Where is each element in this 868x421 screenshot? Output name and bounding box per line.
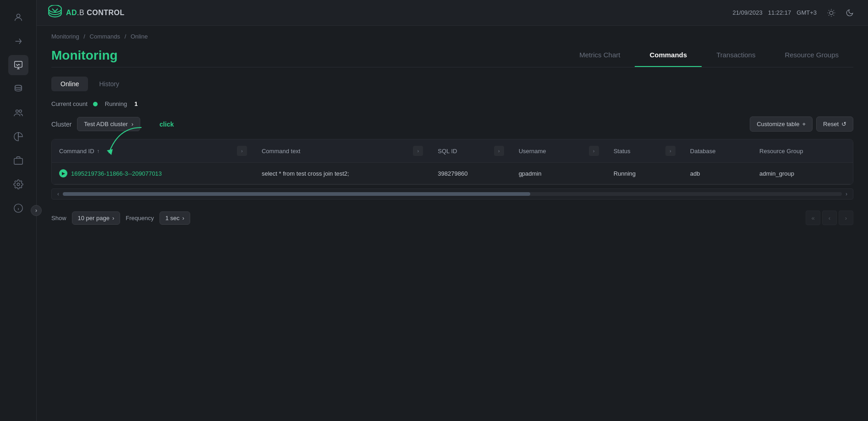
scroll-right-arrow[interactable]: ›: [844, 191, 849, 197]
data-table-container: Command ID ↑ › Command text ›: [51, 139, 853, 185]
sql-id-value: 398279860: [438, 170, 467, 177]
sidebar-item-users[interactable]: [8, 103, 28, 123]
table-header: Command ID ↑ › Command text ›: [52, 139, 853, 163]
click-annotation: click: [159, 121, 174, 128]
logo-icon: [48, 5, 62, 21]
pagination-next-button[interactable]: ›: [839, 210, 853, 225]
pagination: « ‹ ›: [806, 210, 853, 225]
breadcrumb-online[interactable]: Online: [131, 33, 148, 40]
user-avatar-button[interactable]: [842, 6, 857, 20]
toolbar-row: Cluster Test ADB cluster › click Customi…: [51, 116, 853, 132]
current-count-label: Current count: [51, 100, 88, 107]
tab-resource-groups[interactable]: Resource Groups: [770, 44, 853, 67]
header-datetime: 21/09/2023 11:22:17 GMT+3: [733, 9, 817, 16]
filter-button-username[interactable]: ›: [589, 146, 599, 156]
username-value: gpadmin: [519, 170, 542, 177]
table-footer: Show 10 per page › Frequency 1 sec › « ‹…: [51, 207, 853, 229]
sub-tab-history[interactable]: History: [90, 77, 128, 91]
table-header-row: Command ID ↑ › Command text ›: [52, 139, 853, 163]
sidebar-expand-button[interactable]: ›: [31, 205, 42, 216]
pagination-prev-button[interactable]: ‹: [822, 210, 837, 225]
cluster-label: Cluster: [51, 121, 71, 128]
sub-tab-bar: Online History: [51, 77, 853, 91]
breadcrumb-commands[interactable]: Commands: [90, 33, 120, 40]
footer-left: Show 10 per page › Frequency 1 sec ›: [51, 211, 190, 225]
col-label-command-text: Command text: [262, 148, 301, 155]
header-time-value: 11:22:17: [768, 9, 791, 16]
svg-rect-5: [14, 158, 22, 164]
per-page-chevron: ›: [112, 215, 114, 222]
svg-point-4: [19, 110, 22, 113]
tab-transactions[interactable]: Transactions: [702, 44, 770, 67]
resource-group-value: admin_group: [759, 170, 794, 177]
customize-table-label: Customize table: [757, 121, 799, 127]
breadcrumb-sep-1: /: [83, 33, 87, 40]
command-id-link[interactable]: ▶ 1695219736-11866-3--209077013: [59, 169, 247, 177]
cell-database: adb: [683, 163, 752, 184]
sidebar-item-user[interactable]: [8, 7, 28, 28]
page-header-row: Monitoring Metrics Chart Commands Transa…: [51, 44, 853, 67]
sort-icon-command-id[interactable]: ↑: [97, 148, 100, 154]
sidebar-item-chart[interactable]: [8, 127, 28, 147]
app-header: AD.B CONTROL 21/09/2023 11:22:17 GMT+3: [37, 0, 868, 26]
col-header-sql-id: SQL ID ›: [430, 139, 511, 163]
frequency-value: 1 sec: [165, 215, 180, 222]
tab-bar: Metrics Chart Commands Transactions Reso…: [154, 44, 853, 67]
frequency-dropdown[interactable]: 1 sec ›: [159, 211, 190, 225]
svg-point-0: [16, 14, 20, 17]
customize-table-button[interactable]: Customize table +: [750, 116, 813, 132]
running-indicator: [93, 102, 98, 106]
sidebar-item-settings[interactable]: [8, 174, 28, 194]
sidebar-item-monitoring[interactable]: [8, 55, 28, 75]
cell-status: Running: [606, 163, 683, 184]
sub-tab-online[interactable]: Online: [51, 77, 88, 91]
scroll-left-arrow[interactable]: ‹: [55, 191, 61, 197]
filter-button-command-text[interactable]: ›: [413, 146, 423, 156]
running-count: 1: [134, 100, 137, 107]
logo-text: AD.B CONTROL: [66, 9, 125, 17]
commands-table: Command ID ↑ › Command text ›: [52, 139, 853, 184]
scroll-track[interactable]: [63, 192, 842, 196]
col-header-username: Username ›: [511, 139, 606, 163]
col-label-username: Username: [519, 148, 546, 155]
running-label: Running: [105, 100, 127, 107]
reset-button[interactable]: Reset ↺: [816, 116, 853, 132]
sidebar-item-export[interactable]: [8, 31, 28, 51]
pagination-first-button[interactable]: «: [806, 210, 820, 225]
command-text-value: select * from test cross join test2;: [262, 170, 349, 177]
cluster-dropdown-value: Test ADB cluster: [84, 121, 127, 127]
cluster-dropdown[interactable]: Test ADB cluster ›: [77, 117, 140, 131]
breadcrumb-monitoring[interactable]: Monitoring: [51, 33, 79, 40]
tab-commands[interactable]: Commands: [635, 44, 702, 67]
header-right: 21/09/2023 11:22:17 GMT+3: [733, 6, 857, 20]
cell-command-text: select * from test cross join test2;: [254, 163, 430, 184]
status-value: Running: [614, 170, 636, 177]
main-content: AD.B CONTROL 21/09/2023 11:22:17 GMT+3: [37, 0, 868, 421]
col-header-resource-group: Resource Group: [752, 139, 853, 163]
filter-button-sql-id[interactable]: ›: [494, 146, 504, 156]
show-label: Show: [51, 215, 66, 222]
sidebar-item-briefcase[interactable]: [8, 150, 28, 171]
per-page-dropdown[interactable]: 10 per page ›: [72, 211, 121, 225]
reset-icon: ↺: [841, 121, 846, 127]
tab-metrics-chart[interactable]: Metrics Chart: [565, 44, 635, 67]
horizontal-scrollbar[interactable]: ‹ ›: [51, 188, 853, 199]
database-value: adb: [690, 170, 700, 177]
col-label-database: Database: [690, 148, 716, 155]
sidebar-item-database[interactable]: [8, 79, 28, 99]
filter-button-status[interactable]: ›: [665, 146, 676, 156]
header-date: 21/09/2023: [733, 9, 763, 16]
theme-toggle-button[interactable]: [824, 6, 839, 20]
svg-point-6: [17, 183, 20, 186]
toolbar-right: Customize table + Reset ↺: [750, 116, 853, 132]
per-page-value: 10 per page: [78, 215, 110, 222]
breadcrumb-sep-2: /: [125, 33, 128, 40]
svg-point-3: [16, 110, 18, 113]
col-label-command-id: Command ID: [59, 148, 94, 155]
cell-sql-id: 398279860: [430, 163, 511, 184]
logo: AD.B CONTROL: [48, 5, 125, 21]
sidebar-item-info[interactable]: [8, 198, 28, 218]
col-header-command-text: Command text ›: [254, 139, 430, 163]
filter-button-command-id[interactable]: ›: [237, 146, 247, 156]
reset-label: Reset: [823, 121, 839, 127]
